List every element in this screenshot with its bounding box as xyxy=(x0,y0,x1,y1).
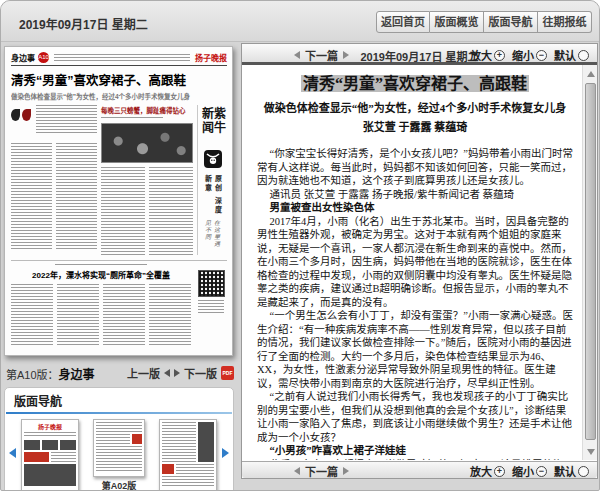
article-subtitle: 做染色体检查显示“他”为女性，经过4个多小时手术恢复女儿身 xyxy=(257,99,573,115)
article-section-subhead: “小男孩”咋喜欢上裙子洋娃娃 xyxy=(257,444,573,458)
article-paragraph: “你家宝宝长得好清秀，是个小女孩儿吧？”妈妈带着小雨出门时常常有人这样说。每当此… xyxy=(257,147,573,188)
zoom-default-button[interactable]: 默认 xyxy=(554,463,589,479)
thumbnail-page-a03[interactable]: 第A03版 xyxy=(159,419,217,491)
toolbar-button-group: 返回首页 版面概览 版面导航 往期报纸 xyxy=(376,11,592,33)
bottom-article-headline: 2022年，溧水将实现“厕所革命”全覆盖 xyxy=(11,269,191,280)
prev-page-button[interactable]: 上一版 xyxy=(127,365,160,381)
zoom-default-label: 默认 xyxy=(554,47,576,63)
zoom-default-button[interactable]: 默认 xyxy=(554,47,589,63)
newspaper-masthead: 扬子晚报 xyxy=(195,52,227,63)
newsprint-text-column xyxy=(103,284,145,346)
zoom-in-label: 放大 xyxy=(470,463,492,479)
newsprint-columns xyxy=(11,143,97,251)
zoom-out-icon: − xyxy=(536,50,547,61)
reader-top-bar: 下一篇 2019年09月17日 星期二 放大+ 缩小− 默认 xyxy=(242,44,597,65)
zoom-default-icon xyxy=(578,50,589,61)
thumbnail-image xyxy=(159,419,217,491)
thumbnail-page-a01[interactable]: 扬子晚报 第A01版 xyxy=(21,419,79,491)
past-issues-button[interactable]: 往期报纸 xyxy=(538,11,592,33)
zoom-out-icon: − xyxy=(536,466,547,477)
page-overview-button[interactable]: 版面概览 xyxy=(430,11,484,33)
newspaper-page-image[interactable]: 身边事 A10 扬子晚报 清秀“男童”喜欢穿裙子、高跟鞋 做染色体检查显示“他”… xyxy=(4,46,233,356)
thumbnail-image xyxy=(93,419,145,477)
thumb-red-row xyxy=(162,464,214,474)
newsprint-text-column xyxy=(11,143,52,251)
thumb-text xyxy=(162,422,196,462)
newspaper-body-region: 每晚三只螃蟹，脚趾痛得钻心 紫牛新闻 原创 深度 新意 在这里遇见不同 xyxy=(11,105,227,255)
newspaper-main-headline: 清秀“男童”喜欢穿裙子、高跟鞋 xyxy=(11,70,227,89)
ziniu-banner-slogan: 原创 深度 新意 xyxy=(203,175,223,219)
thumb-photo-row xyxy=(24,440,76,450)
next-article-arrow-icon[interactable] xyxy=(343,467,349,475)
article-section-subhead: 男童被查出女性染色体 xyxy=(257,201,573,215)
crab-photo xyxy=(101,123,193,163)
quote-mark-icon xyxy=(22,109,31,121)
scroll-left-arrow-icon[interactable] xyxy=(9,448,16,458)
prev-article-arrow-icon[interactable] xyxy=(294,51,300,59)
thumb-photo xyxy=(24,464,76,486)
page-navigation-button[interactable]: 版面导航 xyxy=(484,11,538,33)
newspaper-subheadline: 做染色体检查显示“他”为女性，经过4个多小时手术恢复女儿身 xyxy=(11,91,227,101)
scroll-right-arrow-icon[interactable] xyxy=(222,448,229,458)
next-article-arrow-icon[interactable] xyxy=(343,51,349,59)
newspaper-left-columns xyxy=(11,105,97,255)
home-button[interactable]: 返回首页 xyxy=(376,11,430,33)
page-navigator-panel: 版面导航 扬子晚报 第A01版 第A02版 xyxy=(4,387,234,491)
bull-logo-icon xyxy=(204,150,222,172)
page-number-badge: A10 xyxy=(38,52,49,63)
thumb-text xyxy=(96,422,142,432)
article-title-text: 清秀“男童”喜欢穿裙子、高跟鞋 xyxy=(301,75,529,92)
page-number-text: 第A10版： xyxy=(6,369,59,381)
pdf-download-icon[interactable]: PDF xyxy=(221,366,234,380)
newspaper-dateline-text xyxy=(54,54,190,61)
scrollbar-thumb[interactable] xyxy=(585,83,596,440)
page-thumbnail-strip: 扬子晚报 第A01版 第A02版 xyxy=(5,414,233,491)
prev-page-arrow-icon[interactable] xyxy=(164,369,170,377)
newsprint-text-column xyxy=(56,143,97,251)
page-navigator-title: 版面导航 xyxy=(5,388,233,412)
newsprint-text-column xyxy=(11,284,53,346)
prev-article-arrow-icon[interactable] xyxy=(294,467,300,475)
scroll-up-arrow-icon[interactable] xyxy=(583,67,597,81)
scroll-down-arrow-icon[interactable] xyxy=(583,444,597,458)
newsprint-text-column xyxy=(101,167,145,255)
bottom-article-kicker xyxy=(55,264,147,267)
quote-mark-icon xyxy=(11,109,20,121)
zoom-in-button[interactable]: 放大+ xyxy=(470,463,505,479)
quote-text-column xyxy=(36,105,97,135)
article-paragraph: 通讯员 张艾萱 于露露 扬子晚报/紫牛新闻记者 蔡蕴琦 xyxy=(257,188,573,202)
zoom-out-button[interactable]: 缩小− xyxy=(512,47,547,63)
article-scrollbar[interactable] xyxy=(582,65,597,460)
zoom-in-button[interactable]: 放大+ xyxy=(470,47,505,63)
next-page-arrow-icon[interactable] xyxy=(174,369,180,377)
next-article-button-top[interactable]: 下一篇 xyxy=(294,47,349,63)
newsprint-text-column xyxy=(57,284,99,346)
article-paragraph: 此后，家人一直都把小雨当做男孩抚养，但孩子不论是排尿的姿势，还是对服饰和玩具的喜… xyxy=(257,458,573,461)
qr-code-block xyxy=(191,264,227,356)
thumb-red-row xyxy=(96,434,142,444)
epaper-reader-window: 2019年09月17日 星期二 返回首页 版面概览 版面导航 往期报纸 身边事 … xyxy=(0,0,600,491)
thumb-text xyxy=(24,432,76,438)
thumbnail-label: 第A02版 xyxy=(102,479,137,491)
newspaper-page-header: 身边事 A10 扬子晚报 xyxy=(11,52,227,66)
article-paragraph: 2017年4月，小雨（化名）出生于苏北某市。当时，因具备完整的男性生殖器外观，被… xyxy=(257,215,573,310)
article-title: 清秀“男童”喜欢穿裙子、高跟鞋 xyxy=(257,73,573,95)
next-page-button[interactable]: 下一版 xyxy=(184,365,217,381)
crab-article-subhead xyxy=(101,117,163,120)
article: 清秀“男童”喜欢穿裙子、高跟鞋 做染色体检查显示“他”为女性，经过4个多小时手术… xyxy=(242,65,597,460)
zoom-in-icon: + xyxy=(494,50,505,61)
bottom-article-columns: 2022年，溧水将实现“厕所革命”全覆盖 xyxy=(11,264,191,356)
newsprint-columns xyxy=(11,284,191,346)
thumb-text xyxy=(96,446,142,472)
ziniu-banner-title: 紫牛新闻 xyxy=(201,107,225,147)
zoom-controls-bottom: 放大+ 缩小− 默认 xyxy=(470,463,589,479)
zoom-out-button[interactable]: 缩小− xyxy=(512,463,547,479)
article-authors: 张艾萱 于露露 蔡蕴琦 xyxy=(257,118,573,134)
thumbnail-masthead-text: 扬子晚报 xyxy=(24,422,76,431)
next-article-button-bottom[interactable]: 下一篇 xyxy=(294,463,349,479)
thumb-text xyxy=(162,476,214,486)
newsprint-columns xyxy=(101,167,193,255)
thumbnail-page-a02[interactable]: 第A02版 xyxy=(93,419,145,491)
newsprint-text-column xyxy=(149,167,193,255)
article-paragraph: “一个男生怎么会有小丁丁，却没有蛋蛋？”小雨一家满心疑惑。医生介绍：“有一种疾病… xyxy=(257,309,573,390)
